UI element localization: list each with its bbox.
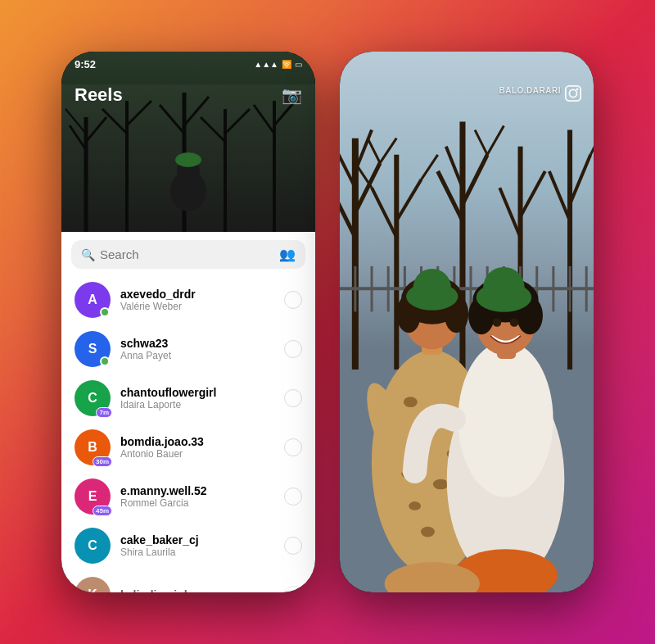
contact-name: Shira Laurila — [120, 546, 274, 558]
svg-point-77 — [409, 501, 421, 510]
avatar-wrap: B 30m — [75, 429, 111, 465]
instagram-icon — [564, 84, 582, 102]
contact-username: schwa23 — [120, 337, 274, 350]
svg-point-79 — [421, 527, 435, 537]
signal-icon: ▲▲▲ — [254, 60, 278, 69]
status-time: 9:52 — [75, 58, 96, 70]
avatar-wrap: C 7m — [75, 380, 111, 416]
contact-username: bomdia.joao.33 — [120, 435, 274, 448]
contact-name: Idaira Laporte — [120, 399, 274, 410]
svg-point-104 — [576, 88, 579, 91]
select-circle[interactable] — [284, 488, 302, 506]
contact-name: Antonio Bauer — [120, 448, 274, 460]
contact-info: bomdia.joao.33 Antonio Bauer — [120, 435, 274, 460]
select-circle[interactable] — [284, 340, 302, 358]
select-circle[interactable] — [284, 291, 302, 309]
contact-info: axevedo_drdr Valérie Weber — [120, 288, 274, 312]
svg-point-20 — [175, 152, 201, 167]
avatar: C — [75, 528, 111, 564]
list-item[interactable]: C cake_baker_cj Shira Laurila — [61, 521, 315, 570]
search-icon: 🔍 — [81, 248, 95, 261]
avatar-wrap: A — [75, 282, 111, 318]
contact-list: A axevedo_drdr Valérie Weber S — [61, 275, 315, 592]
username-overlay: BALO.DARARI — [499, 86, 562, 95]
select-circle[interactable] — [284, 389, 302, 407]
svg-line-53 — [590, 130, 594, 155]
avatar-wrap: C — [75, 528, 111, 564]
list-item[interactable]: K kalindi_rainbows — [61, 570, 315, 592]
hug-scene — [340, 160, 594, 592]
contact-info: e.manny.well.52 Rommel Garcia — [120, 484, 274, 509]
svg-line-46 — [475, 130, 487, 155]
share-sheet: 🔍 👥 A axevedo_drdr Valérie Weber — [61, 219, 315, 592]
list-item[interactable]: C 7m chantouflowergirl Idaira Laporte — [61, 374, 315, 423]
avatar: K — [75, 577, 111, 592]
select-circle[interactable] — [284, 438, 302, 456]
contact-username: chantouflowergirl — [120, 386, 274, 399]
contact-info: cake_baker_cj Shira Laurila — [120, 533, 274, 558]
select-circle[interactable] — [284, 537, 302, 555]
status-bar: 9:52 ▲▲▲ 🛜 ▭ — [75, 58, 302, 70]
svg-rect-102 — [566, 86, 580, 101]
photo-content: BALO.DARARI — [340, 52, 594, 592]
list-item[interactable]: B 30m bomdia.joao.33 Antonio Bauer — [61, 423, 315, 472]
time-badge: 7m — [96, 407, 112, 418]
avatar-wrap: S — [75, 331, 111, 367]
contact-info: kalindi_rainbows — [120, 588, 274, 592]
svg-line-45 — [487, 126, 504, 155]
contact-username: e.manny.well.52 — [120, 484, 274, 497]
svg-point-103 — [569, 89, 576, 97]
list-item[interactable]: S schwa23 Anna Payet — [61, 324, 315, 374]
right-phone: BALO.DARARI — [340, 52, 594, 592]
online-indicator — [100, 307, 110, 317]
svg-point-98 — [493, 318, 502, 327]
contact-username: kalindi_rainbows — [120, 588, 274, 592]
select-circle[interactable] — [284, 586, 302, 592]
svg-point-86 — [413, 269, 451, 306]
contact-name: Rommel Garcia — [120, 497, 274, 509]
svg-point-71 — [404, 397, 418, 407]
group-add-icon[interactable]: 👥 — [279, 247, 296, 262]
contact-username: axevedo_drdr — [120, 288, 274, 301]
contact-name: Anna Payet — [120, 350, 274, 361]
search-bar[interactable]: 🔍 👥 — [71, 240, 305, 269]
avatar-wrap: K — [75, 577, 111, 592]
left-phone-screen: 9:52 ▲▲▲ 🛜 ▭ Reels 📷 🔍 👥 — [61, 52, 315, 592]
contact-info: chantouflowergirl Idaira Laporte — [120, 386, 274, 410]
wifi-icon: 🛜 — [282, 60, 291, 69]
list-item[interactable]: E 45m e.manny.well.52 Rommel Garcia — [61, 472, 315, 521]
reels-title: Reels — [75, 84, 123, 106]
svg-point-99 — [510, 318, 519, 327]
time-badge: 45m — [93, 506, 112, 516]
right-phone-screen: BALO.DARARI — [340, 52, 594, 592]
status-icons: ▲▲▲ 🛜 ▭ — [254, 60, 302, 69]
avatar-wrap: E 45m — [75, 478, 111, 515]
reels-header: 9:52 ▲▲▲ 🛜 ▭ Reels 📷 — [61, 52, 315, 114]
camera-icon[interactable]: 📷 — [282, 85, 302, 105]
battery-icon: ▭ — [295, 60, 302, 69]
list-item[interactable]: A axevedo_drdr Valérie Weber — [61, 275, 315, 324]
instagram-icon-overlay — [564, 84, 582, 106]
contact-username: cake_baker_cj — [120, 533, 274, 546]
svg-point-76 — [433, 479, 449, 490]
svg-point-90 — [458, 342, 553, 497]
contact-name: Valérie Weber — [120, 301, 274, 312]
svg-point-97 — [483, 267, 525, 309]
left-phone: 9:52 ▲▲▲ 🛜 ▭ Reels 📷 🔍 👥 — [61, 52, 315, 592]
online-indicator — [100, 356, 110, 366]
search-input[interactable] — [100, 247, 274, 261]
contact-info: schwa23 Anna Payet — [120, 337, 274, 361]
time-badge: 30m — [93, 456, 112, 467]
